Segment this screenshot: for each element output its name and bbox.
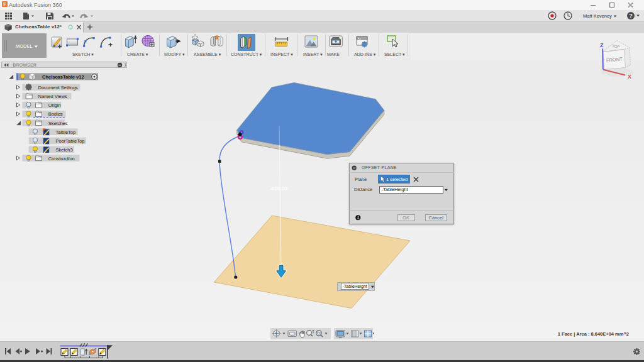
svg-text:F: F: [3, 2, 6, 8]
svg-text:PoorTableTop: PoorTableTop: [56, 138, 85, 144]
svg-text:ChelseasTable v12: ChelseasTable v12: [42, 74, 84, 80]
svg-text:Construction: Construction: [48, 156, 75, 162]
svg-text:400.00: 400.00: [271, 185, 287, 192]
svg-text:Z: Z: [600, 42, 604, 48]
svg-text:?: ?: [629, 13, 633, 19]
svg-text:Document Settings: Document Settings: [38, 85, 79, 90]
svg-text:X: X: [628, 74, 631, 80]
svg-text:Origin: Origin: [48, 102, 61, 108]
svg-text:Sketches: Sketches: [48, 121, 68, 126]
svg-text:Sketch3: Sketch3: [56, 147, 73, 153]
svg-text:Named Views: Named Views: [38, 94, 67, 99]
svg-text:TalbleTop: TalbleTop: [56, 129, 76, 135]
svg-text:Bodies: Bodies: [48, 111, 63, 117]
